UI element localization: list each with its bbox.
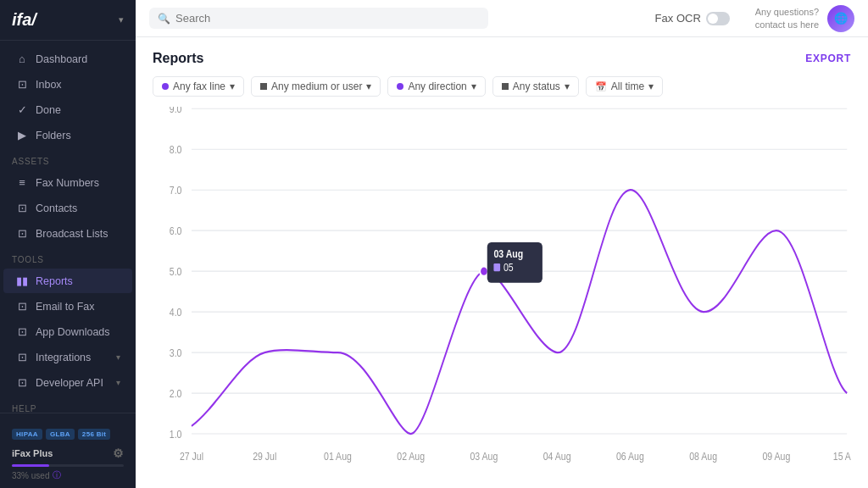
sidebar-item-contacts[interactable]: ⊡ Contacts [3,196,132,220]
svg-text:6.0: 6.0 [170,225,182,236]
export-button[interactable]: EXPORT [805,53,851,64]
sidebar-item-reports[interactable]: ▮▮ Reports [3,269,132,293]
sidebar-item-label: Integrations [36,352,91,363]
filter-fax-line[interactable]: Any fax line ▾ [153,76,244,97]
svg-text:05: 05 [504,262,514,273]
sidebar-item-done[interactable]: ✓ Done [3,97,132,122]
sidebar-item-app-downloads[interactable]: ⊡ App Downloads [3,319,132,344]
sidebar-item-label: Reports [36,275,73,287]
filter-time[interactable]: 📅 All time ▾ [586,76,663,97]
calendar-icon: 📅 [595,81,607,92]
email-fax-icon: ⊡ [15,300,29,313]
svg-text:29 Jul: 29 Jul [253,451,276,462]
chevron-down-icon: ▾ [648,80,654,92]
chevron-down-icon: ▾ [366,80,371,92]
plan-used: 33% used ⓘ [12,469,124,481]
sidebar-item-broadcast-lists[interactable]: ⊡ Broadcast Lists [3,221,132,246]
filter-sq-icon [502,83,509,90]
sidebar-item-dashboard[interactable]: ⌂ Dashboard [3,47,132,71]
svg-point-28 [480,266,488,275]
reports-title: Reports [153,51,203,66]
search-input[interactable] [175,12,480,25]
sidebar-nav: ⌂ Dashboard ⊡ Inbox ✓ Done ▶ Folders ASS… [0,41,136,413]
avatar[interactable]: 🌐 [827,5,854,32]
svg-text:08 Aug: 08 Aug [689,451,717,462]
main-content: 🔍 Fax OCR Any questions? contact us here… [136,0,868,488]
filter-status[interactable]: Any status ▾ [492,76,579,97]
sidebar-item-label: Fax Numbers [36,177,99,189]
plan-progress-bar [12,464,124,467]
sidebar-item-fax-numbers[interactable]: ≡ Fax Numbers [3,170,132,195]
filter-label: Any direction [408,80,466,92]
filter-label: Any fax line [173,80,225,92]
svg-text:03 Aug: 03 Aug [470,451,498,462]
chevron-icon: ▾ [116,352,120,362]
ocr-toggle[interactable] [706,12,730,25]
sidebar-item-label: App Downloads [36,326,110,338]
sidebar-item-label: Broadcast Lists [36,228,108,240]
inbox-icon: ⊡ [15,78,29,91]
chevron-down-icon[interactable]: ▾ [119,14,124,25]
reports-icon: ▮▮ [15,274,29,287]
svg-text:3.0: 3.0 [170,347,182,358]
content-area: Reports EXPORT Any fax line ▾ Any medium… [136,37,868,488]
ocr-text: Fax OCR [655,12,701,25]
filter-label: Any medium or user [271,80,362,92]
folder-icon: ▶ [15,129,29,141]
logo-text: ifa/ [12,10,36,30]
tools-section-label: TOOLS [0,247,136,268]
help-section-label: HELP [0,396,136,413]
reports-header: Reports EXPORT [153,51,851,66]
filter-dot-icon [397,83,403,90]
sidebar-item-integrations[interactable]: ⊡ Integrations ▾ [3,345,132,369]
filter-direction[interactable]: Any direction ▾ [387,76,485,97]
sidebar-item-label: Developer API [36,377,103,389]
integrations-icon: ⊡ [15,351,29,363]
filter-bar: Any fax line ▾ Any medium or user ▾ Any … [153,76,851,97]
svg-text:2.0: 2.0 [170,388,182,399]
sidebar-footer: HIPAA GLBA 256 Bit iFax Plus ⚙ 33% used … [0,413,136,488]
chevron-down-icon: ▾ [471,80,476,92]
sidebar-item-developer-api[interactable]: ⊡ Developer API ▾ [3,370,132,395]
filter-sq-icon [260,83,267,90]
svg-text:5.0: 5.0 [170,266,182,277]
broadcast-icon: ⊡ [15,227,29,240]
help-sub: contact us here [755,19,819,30]
filter-dot-icon [162,83,169,90]
line-chart: .grid-line { stroke: #e5e7eb; stroke-wid… [153,107,851,474]
sidebar-item-folders[interactable]: ▶ Folders [3,123,132,147]
downloads-icon: ⊡ [15,325,29,338]
svg-text:7.0: 7.0 [170,185,182,196]
used-text: 33% used [12,471,49,480]
256bit-badge: 256 Bit [78,429,110,440]
search-icon: 🔍 [158,13,170,25]
sidebar-item-label: Email to Fax [36,301,94,313]
svg-text:15 Aug: 15 Aug [833,451,851,462]
chart-container: .grid-line { stroke: #e5e7eb; stroke-wid… [153,107,851,474]
svg-text:06 Aug: 06 Aug [616,451,644,462]
filter-label: Any status [513,80,560,92]
ocr-label: Fax OCR [655,12,730,25]
search-box[interactable]: 🔍 [149,8,488,29]
home-icon: ⌂ [15,53,29,65]
check-icon: ✓ [15,103,29,116]
help-text: Any questions? contact us here [755,6,819,30]
filter-label: All time [611,80,644,92]
plan-label: iFax Plus ⚙ [12,446,124,460]
api-icon: ⊡ [15,376,29,389]
sidebar-item-label: Inbox [36,79,62,91]
sidebar-item-inbox[interactable]: ⊡ Inbox [3,72,132,97]
chevron-icon: ▾ [116,378,120,387]
topbar-right: Any questions? contact us here 🌐 [755,5,854,32]
svg-text:9.0: 9.0 [170,107,182,114]
contacts-icon: ⊡ [15,202,29,214]
compliance-badges: HIPAA GLBA 256 Bit [12,429,124,440]
sidebar-item-email-to-fax[interactable]: ⊡ Email to Fax [3,294,132,319]
sidebar-item-label: Done [36,104,61,116]
sidebar-item-label: Dashboard [36,53,87,65]
sidebar-item-label: Contacts [36,202,77,214]
svg-text:02 Aug: 02 Aug [397,451,425,462]
filter-medium-user[interactable]: Any medium or user ▾ [251,76,381,97]
sidebar-logo: ifa/ ▾ [0,0,136,41]
gear-icon[interactable]: ⚙ [113,446,124,460]
